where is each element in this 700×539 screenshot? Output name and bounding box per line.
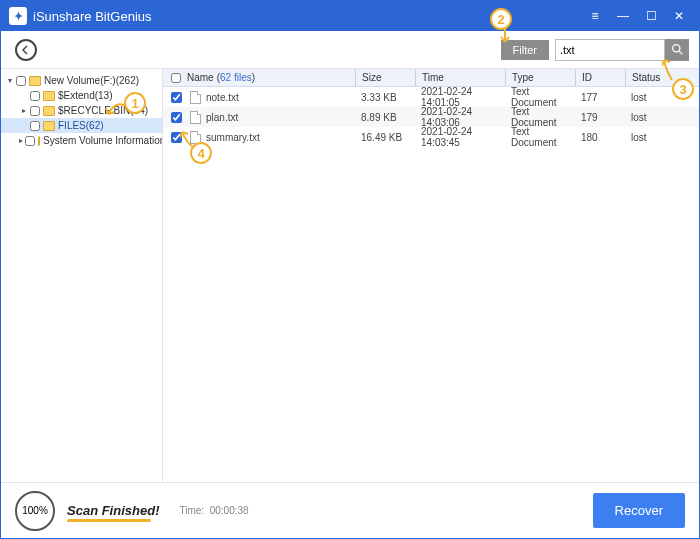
menu-button[interactable]: ≡ (581, 6, 609, 26)
maximize-button[interactable]: ☐ (637, 6, 665, 26)
table-header: Name ( 62 files ) Size Time Type ID Stat… (163, 69, 699, 87)
expand-spacer (19, 91, 28, 100)
app-title: iSunshare BitGenius (33, 9, 152, 24)
folder-icon (43, 106, 55, 116)
scan-status: Scan Finished! (67, 503, 159, 518)
titlebar: ✦ iSunshare BitGenius ≡ — ☐ ✕ (1, 1, 699, 31)
table-row[interactable]: note.txt3.33 KB2021-02-24 14:01:05Text D… (163, 87, 699, 107)
th-name[interactable]: Name ( 62 files ) (163, 69, 355, 86)
app-logo-icon: ✦ (9, 7, 27, 25)
expand-spacer (19, 121, 28, 130)
chevron-left-icon (21, 45, 31, 55)
table-row[interactable]: plan.txt8.89 KB2021-02-24 14:03:06Text D… (163, 107, 699, 127)
cell-time: 2021-02-24 14:01:05 (415, 86, 505, 108)
toolbar: Filter (1, 31, 699, 69)
th-id[interactable]: ID (575, 69, 625, 86)
file-icon (190, 131, 201, 144)
cell-time: 2021-02-24 14:03:06 (415, 106, 505, 128)
folder-tree: ▾New Volume(F:)(262)$Extend(13)▸$RECYCLE… (1, 69, 163, 482)
cell-id: 179 (575, 112, 625, 123)
cell-type: Text Document (505, 86, 575, 108)
table-row[interactable]: summary.txt16.49 KB2021-02-24 14:03:45Te… (163, 127, 699, 147)
folder-icon (29, 76, 41, 86)
tree-checkbox[interactable] (30, 91, 40, 101)
row-checkbox[interactable] (171, 112, 182, 123)
cell-size: 3.33 KB (355, 92, 415, 103)
file-icon (190, 111, 201, 124)
cell-status: lost (625, 112, 685, 123)
th-type[interactable]: Type (505, 69, 575, 86)
cell-time: 2021-02-24 14:03:45 (415, 126, 505, 148)
tree-item[interactable]: ▸System Volume Information(88) (1, 133, 162, 148)
tree-checkbox[interactable] (30, 121, 40, 131)
select-all-checkbox[interactable] (171, 73, 181, 83)
cell-id: 180 (575, 132, 625, 143)
filter-button[interactable]: Filter (501, 40, 549, 60)
minimize-button[interactable]: — (609, 6, 637, 26)
file-table: Name ( 62 files ) Size Time Type ID Stat… (163, 69, 699, 482)
th-status[interactable]: Status (625, 69, 685, 86)
close-button[interactable]: ✕ (665, 6, 693, 26)
file-name: note.txt (206, 92, 239, 103)
tree-item-label: $Extend(13) (58, 90, 112, 101)
main-area: ▾New Volume(F:)(262)$Extend(13)▸$RECYCLE… (1, 69, 699, 482)
tree-item-label: System Volume Information(88) (43, 135, 163, 146)
cell-type: Text Document (505, 106, 575, 128)
search-icon (671, 43, 684, 56)
cell-id: 177 (575, 92, 625, 103)
th-name-label: Name (187, 72, 214, 83)
search-input[interactable] (555, 39, 665, 61)
th-time[interactable]: Time (415, 69, 505, 86)
search-button[interactable] (665, 39, 689, 61)
th-size[interactable]: Size (355, 69, 415, 86)
svg-point-0 (672, 45, 679, 52)
cell-size: 16.49 KB (355, 132, 415, 143)
recover-button[interactable]: Recover (593, 493, 685, 528)
folder-icon (43, 121, 55, 131)
folder-icon (43, 91, 55, 101)
expand-toggle-icon[interactable]: ▾ (5, 76, 14, 85)
file-name: summary.txt (206, 132, 260, 143)
tree-item[interactable]: FILES(62) (1, 118, 162, 133)
tree-item-label: New Volume(F:)(262) (44, 75, 139, 86)
time-label: Time: 00:00:38 (179, 505, 248, 516)
tree-item[interactable]: ▸$RECYCLE.BIN(54) (1, 103, 162, 118)
row-checkbox[interactable] (171, 132, 182, 143)
tree-item[interactable]: $Extend(13) (1, 88, 162, 103)
file-icon (190, 91, 201, 104)
tree-item[interactable]: ▾New Volume(F:)(262) (1, 73, 162, 88)
expand-toggle-icon[interactable]: ▸ (19, 136, 23, 145)
cell-size: 8.89 KB (355, 112, 415, 123)
cell-type: Text Document (505, 126, 575, 148)
progress-ring: 100% (15, 491, 55, 531)
tree-checkbox[interactable] (16, 76, 26, 86)
folder-icon (38, 136, 40, 146)
tree-checkbox[interactable] (25, 136, 35, 146)
back-button[interactable] (15, 39, 37, 61)
tree-checkbox[interactable] (30, 106, 40, 116)
footer: 100% Scan Finished! Time: 00:00:38 Recov… (1, 482, 699, 538)
expand-toggle-icon[interactable]: ▸ (19, 106, 28, 115)
cell-status: lost (625, 92, 685, 103)
tree-item-label: FILES(62) (58, 120, 104, 131)
file-name: plan.txt (206, 112, 238, 123)
svg-line-1 (679, 51, 682, 54)
row-checkbox[interactable] (171, 92, 182, 103)
tree-item-label: $RECYCLE.BIN(54) (58, 105, 148, 116)
cell-status: lost (625, 132, 685, 143)
